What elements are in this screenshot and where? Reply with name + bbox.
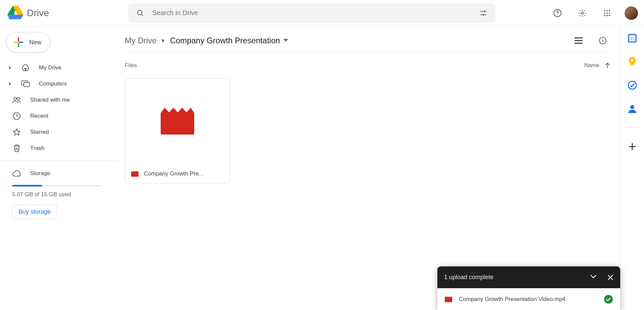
- rail-separator: [627, 127, 637, 128]
- sidebar: New My Drive Computers Shared with me Re…: [0, 26, 117, 310]
- svg-point-48: [630, 105, 634, 109]
- sidebar-item-my-drive[interactable]: My Drive: [0, 60, 117, 76]
- sort-control[interactable]: Name: [584, 62, 610, 69]
- svg-marker-22: [9, 66, 11, 69]
- shared-icon: [12, 97, 21, 103]
- svg-point-29: [17, 97, 20, 100]
- sidebar-item-computers[interactable]: Computers: [0, 76, 117, 92]
- svg-rect-35: [575, 40, 583, 41]
- keep-app-icon[interactable]: [628, 57, 637, 66]
- svg-point-11: [609, 10, 610, 11]
- search-options-icon[interactable]: [476, 6, 491, 20]
- list-view-icon[interactable]: [571, 33, 586, 48]
- svg-rect-21: [19, 42, 23, 43]
- expand-icon: [8, 82, 12, 86]
- divider: [125, 52, 610, 53]
- files-header-row: Files Name: [125, 62, 610, 69]
- apps-grid-icon[interactable]: [600, 6, 614, 20]
- sidebar-item-label: Computers: [39, 81, 67, 87]
- topbar: Drive: [0, 0, 644, 26]
- calendar-app-icon[interactable]: 31: [628, 34, 637, 43]
- svg-point-12: [604, 12, 605, 13]
- file-card-footer: Company Growth Pre…: [125, 164, 230, 183]
- breadcrumb-root[interactable]: My Drive: [125, 36, 157, 45]
- sidebar-item-label: My Drive: [39, 64, 61, 71]
- upload-toast-row[interactable]: Company Growth Presentation Video.mp4: [437, 288, 620, 310]
- svg-rect-18: [18, 38, 19, 42]
- buy-storage-button[interactable]: Buy storage: [12, 205, 57, 219]
- side-panel: 31: [621, 26, 644, 310]
- computers-icon: [21, 81, 30, 87]
- my-drive-icon: [21, 64, 30, 72]
- sidebar-separator: [0, 160, 119, 161]
- toast-close-icon[interactable]: [607, 274, 613, 280]
- sidebar-item-label: Shared with me: [30, 97, 70, 103]
- svg-point-4: [138, 10, 142, 15]
- svg-marker-3: [7, 14, 23, 19]
- sidebar-item-storage[interactable]: Storage: [0, 165, 117, 182]
- svg-point-10: [606, 10, 608, 11]
- svg-point-9: [604, 10, 605, 11]
- chevron-right-icon: [161, 39, 165, 43]
- video-file-large-icon: [161, 108, 194, 135]
- recent-icon: [12, 112, 21, 120]
- product-name: Drive: [27, 8, 49, 18]
- contacts-app-icon[interactable]: [628, 104, 637, 113]
- svg-marker-24: [24, 68, 26, 70]
- video-file-icon: [131, 171, 139, 177]
- svg-marker-32: [162, 39, 164, 43]
- file-name: Company Growth Pre…: [144, 170, 204, 177]
- drive-logo[interactable]: Drive: [7, 6, 108, 20]
- details-icon[interactable]: [595, 33, 610, 48]
- add-addon-icon[interactable]: [628, 142, 637, 151]
- storage-meter: [12, 185, 101, 187]
- upload-file-name: Company Growth Presentation Video.mp4: [459, 296, 566, 303]
- sidebar-item-shared[interactable]: Shared with me: [0, 92, 117, 108]
- video-file-icon: [445, 296, 452, 302]
- svg-point-7: [557, 14, 558, 15]
- tasks-app-icon[interactable]: [628, 81, 637, 90]
- svg-point-8: [581, 12, 584, 14]
- account-avatar[interactable]: [625, 6, 638, 20]
- breadcrumb-dropdown-icon[interactable]: [283, 39, 288, 42]
- new-button-label: New: [29, 39, 41, 46]
- svg-rect-19: [18, 43, 19, 47]
- sidebar-item-label: Storage: [30, 170, 50, 177]
- settings-icon[interactable]: [575, 6, 590, 20]
- svg-point-42: [604, 295, 613, 304]
- svg-point-46: [631, 59, 634, 62]
- toast-collapse-icon[interactable]: [590, 274, 597, 280]
- sidebar-item-starred[interactable]: Starred: [0, 124, 117, 140]
- breadcrumb-current[interactable]: Company Growth Presentation: [170, 36, 280, 45]
- search-box[interactable]: [128, 3, 495, 23]
- svg-rect-36: [575, 43, 583, 44]
- svg-point-15: [604, 15, 605, 16]
- svg-point-28: [14, 97, 16, 100]
- file-card[interactable]: Company Growth Pre…: [125, 78, 230, 184]
- trash-icon: [12, 144, 21, 152]
- search-icon[interactable]: [133, 6, 148, 20]
- section-label: Files: [125, 62, 137, 69]
- sidebar-item-label: Trash: [30, 145, 45, 152]
- file-thumbnail: [125, 79, 230, 164]
- svg-point-14: [609, 12, 610, 13]
- new-button[interactable]: New: [6, 32, 50, 52]
- sidebar-item-trash[interactable]: Trash: [0, 140, 117, 156]
- svg-rect-20: [14, 42, 18, 43]
- sidebar-item-label: Recent: [30, 113, 48, 119]
- upload-success-icon: [604, 295, 613, 304]
- sort-label: Name: [584, 62, 599, 69]
- plus-multicolor-icon: [13, 37, 24, 48]
- sort-arrow-up-icon: [605, 62, 610, 68]
- drive-logo-icon: [7, 6, 23, 20]
- breadcrumb: My Drive Company Growth Presentation: [125, 32, 610, 49]
- sidebar-item-recent[interactable]: Recent: [0, 108, 117, 124]
- main-panel: My Drive Company Growth Presentation Fil…: [117, 26, 621, 310]
- sidebar-item-label: Starred: [30, 129, 49, 136]
- content: My Drive Company Growth Presentation Fil…: [117, 26, 644, 310]
- upload-toast: 1 upload complete Company Growth Present…: [437, 266, 620, 310]
- search-input[interactable]: [148, 9, 476, 17]
- help-icon[interactable]: [550, 6, 565, 20]
- svg-marker-25: [9, 82, 11, 86]
- svg-point-16: [606, 15, 608, 16]
